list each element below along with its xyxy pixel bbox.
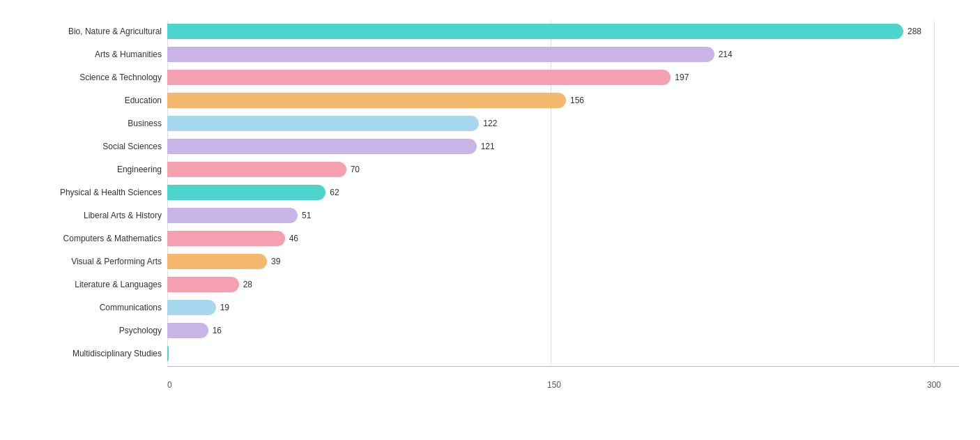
bar-container: 121 [167,139,959,154]
bar-row: Physical & Health Sciences62 [21,182,959,203]
bar-container [167,346,959,361]
bar [167,208,298,223]
bar-value-label: 288 [908,26,921,36]
x-tick-label: 150 [547,380,561,390]
bar [167,24,903,39]
bar [167,47,714,62]
bar-label: Arts & Humanities [21,50,167,59]
bar [167,93,566,108]
bar-container: 16 [167,323,959,338]
bar-container: 28 [167,277,959,292]
bar-container: 197 [167,70,959,85]
bar-container: 39 [167,254,959,269]
bar-value-label: 122 [483,119,497,128]
bar [167,300,216,315]
bar-label: Computers & Mathematics [21,234,167,243]
bar-value-label: 19 [220,303,229,312]
bar-container: 288 [167,24,959,39]
bar-label: Psychology [21,326,167,335]
bar-container: 122 [167,116,959,131]
bar-container: 46 [167,231,959,246]
bar-row: Social Sciences121 [21,136,959,157]
bar-row: Education156 [21,90,959,111]
bar-row: Psychology16 [21,320,959,341]
bar-container: 62 [167,185,959,200]
x-tick-label: 0 [167,380,172,390]
bar-container: 19 [167,300,959,315]
x-tick-row: 0150300 [167,380,959,393]
bar-row: Visual & Performing Arts39 [21,251,959,272]
bar-label: Visual & Performing Arts [21,257,167,266]
bar-label: Education [21,96,167,105]
bar [167,139,477,154]
bar-value-label: 51 [302,211,311,220]
bar-row: Science & Technology197 [21,67,959,88]
bar-value-label: 121 [481,142,495,151]
bar-value-label: 197 [675,73,689,82]
bar-row: Arts & Humanities214 [21,44,959,65]
bar-label: Physical & Health Sciences [21,188,167,197]
bar-row: Business122 [21,113,959,134]
bar-label: Communications [21,303,167,312]
bar [167,185,326,200]
bar-value-label: 214 [719,50,733,59]
bar [167,346,169,361]
bar-row: Literature & Languages28 [21,274,959,295]
bar-label: Social Sciences [21,142,167,151]
bar-value-label: 46 [289,234,298,243]
bar-value-label: 39 [271,257,280,266]
bar-row: Communications19 [21,297,959,318]
bar [167,231,285,246]
bar-container: 214 [167,47,959,62]
bars-wrapper: Bio, Nature & Agricultural288Arts & Huma… [21,21,959,364]
bar-label: Science & Technology [21,73,167,82]
bar-value-label: 28 [243,280,252,289]
bar-label: Engineering [21,165,167,174]
bar [167,323,208,338]
bar-row: Engineering70 [21,159,959,180]
bar-value-label: 16 [213,326,222,335]
bar [167,162,346,177]
bar-label: Literature & Languages [21,280,167,289]
x-tick-label: 300 [927,380,941,390]
bar [167,254,267,269]
bar-container: 156 [167,93,959,108]
bar [167,116,479,131]
bar-value-label: 156 [570,96,584,105]
bar-container: 51 [167,208,959,223]
bar [167,70,671,85]
bar-container: 70 [167,162,959,177]
bar [167,277,239,292]
chart-area: Bio, Nature & Agricultural288Arts & Huma… [21,21,959,393]
bar-row: Multidisciplinary Studies [21,343,959,364]
x-axis [167,366,959,380]
bar-value-label: 70 [351,165,360,174]
bar-label: Bio, Nature & Agricultural [21,26,167,36]
bar-label: Multidisciplinary Studies [21,349,167,358]
bar-row: Computers & Mathematics46 [21,228,959,249]
bar-label: Business [21,119,167,128]
bar-label: Liberal Arts & History [21,211,167,220]
bar-row: Liberal Arts & History51 [21,205,959,226]
bar-row: Bio, Nature & Agricultural288 [21,21,959,42]
bar-value-label: 62 [330,188,339,197]
